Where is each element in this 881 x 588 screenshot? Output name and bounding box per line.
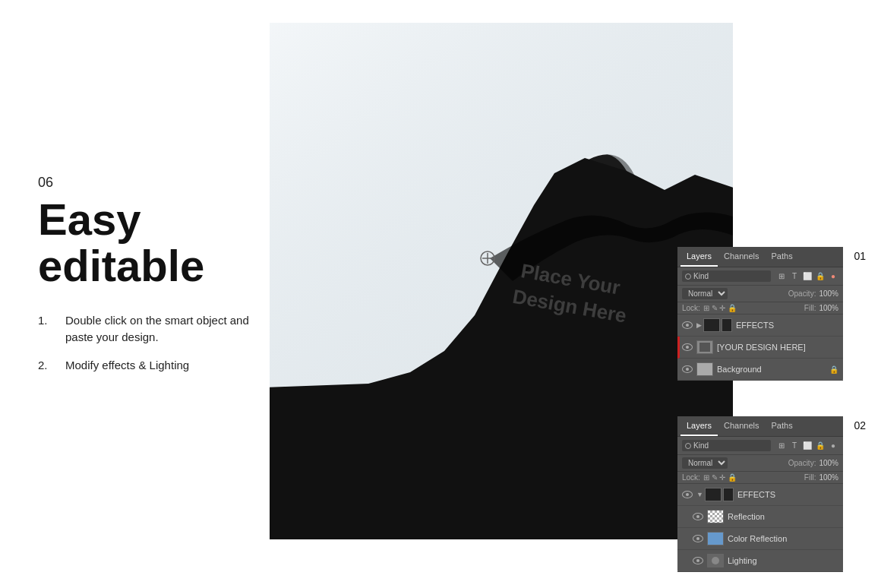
tab-layers-2[interactable]: Layers bbox=[680, 416, 718, 436]
panel-1-toolbar: Kind ⊞ T ⬜ 🔒 ● bbox=[677, 267, 843, 286]
layer-background-1[interactable]: Background 🔒 bbox=[677, 359, 843, 381]
blend-mode-2[interactable]: Normal bbox=[682, 457, 728, 469]
main-title: Easy editable bbox=[38, 197, 258, 289]
eye-icon-lighting-2[interactable] bbox=[693, 557, 703, 564]
layer-effects-2[interactable]: ▼ EFFECTS bbox=[677, 484, 843, 506]
panel-2-blend-row: Normal Opacity: 100% bbox=[677, 455, 843, 472]
icon-pin-2: ● bbox=[828, 441, 838, 451]
icon-image-2: ⊞ bbox=[776, 441, 787, 451]
layer-name-bg-1: Background bbox=[717, 365, 826, 374]
instruction-text-2: Modify effects & Lighting bbox=[65, 357, 189, 375]
panel-1-lock-row: Lock: ⊞ ✎ ✛ 🔒 Fill: 100% bbox=[677, 302, 843, 315]
layer-color-reflection-2[interactable]: Color Reflection bbox=[677, 528, 843, 550]
layer-name-effects-1: EFFECTS bbox=[736, 321, 838, 330]
expand-icon-effects-2: ▼ bbox=[696, 491, 703, 498]
tab-paths-1[interactable]: Paths bbox=[766, 247, 799, 267]
icon-image-1: ⊞ bbox=[776, 271, 787, 282]
layer-thumb-lighting-2 bbox=[707, 554, 724, 567]
icon-adjust-1: T bbox=[789, 271, 800, 282]
layer-thumb-effects-2b bbox=[723, 488, 734, 501]
layer-name-reflection-2: Reflection bbox=[728, 512, 838, 521]
instruction-number-2: 2. bbox=[38, 357, 53, 375]
tab-channels-2[interactable]: Channels bbox=[718, 416, 765, 436]
panel-2-number: 02 bbox=[854, 419, 866, 432]
layer-design-1[interactable]: [YOUR DESIGN HERE] bbox=[677, 337, 843, 359]
kind-label-2: Kind bbox=[693, 441, 709, 450]
panel-1-blend-row: Normal Opacity: 100% bbox=[677, 286, 843, 302]
left-info-panel: 06 Easy editable 1. Double click on the … bbox=[38, 175, 258, 384]
layer-thumb-design-1 bbox=[696, 340, 713, 354]
eye-icon-effects-1[interactable] bbox=[682, 321, 693, 329]
lock-label-1: Lock: bbox=[682, 304, 700, 312]
fill-value-2: 100% bbox=[819, 473, 838, 482]
toolbar-icons-2: ⊞ T ⬜ 🔒 ● bbox=[776, 441, 838, 451]
instruction-text-1: Double click on the smart object and pas… bbox=[65, 312, 258, 346]
layer-name-effects-2: EFFECTS bbox=[737, 490, 838, 499]
eye-icon-reflection-2[interactable] bbox=[693, 513, 703, 520]
eye-icon-effects-2[interactable] bbox=[682, 491, 693, 498]
layers-panel-1: 01 Layers Channels Paths Kind ⊞ T ⬜ 🔒 ● … bbox=[677, 247, 843, 381]
layer-folder-group-1: ▶ bbox=[696, 318, 732, 332]
layer-thumb-color-reflection-2 bbox=[707, 532, 724, 545]
search-icon-2 bbox=[685, 443, 691, 449]
step-number: 06 bbox=[38, 175, 258, 191]
layer-lighting-2[interactable]: Lighting bbox=[677, 550, 843, 572]
layer-thumb-inner-1 bbox=[699, 343, 710, 352]
eye-icon-design-1[interactable] bbox=[682, 343, 693, 351]
toolbar-icons-1: ⊞ T ⬜ 🔒 ● bbox=[776, 271, 838, 282]
kind-label-1: Kind bbox=[693, 272, 709, 280]
fill-label-1: Fill: bbox=[804, 304, 816, 312]
layer-folder-group-2: ▼ bbox=[696, 488, 734, 501]
icon-pin-1: ● bbox=[828, 271, 838, 282]
search-icon-1 bbox=[685, 273, 691, 280]
icon-fx-2: ⬜ bbox=[802, 441, 813, 451]
fill-value-1: 100% bbox=[819, 304, 838, 312]
search-bar-1: Kind bbox=[682, 270, 771, 282]
layer-reflection-2[interactable]: Reflection bbox=[677, 506, 843, 528]
fill-label-2: Fill: bbox=[804, 473, 816, 482]
panel-1-number: 01 bbox=[854, 250, 866, 262]
eye-icon-bg-1[interactable] bbox=[682, 365, 693, 373]
tab-layers-1[interactable]: Layers bbox=[680, 247, 718, 267]
lock-icons-1: ⊞ ✎ ✛ 🔒 bbox=[703, 304, 737, 312]
layer-thumb-reflection-2 bbox=[707, 510, 724, 523]
instruction-item-1: 1. Double click on the smart object and … bbox=[38, 312, 258, 346]
opacity-value-2: 100% bbox=[819, 459, 838, 467]
layers-panel-2: 02 Layers Channels Paths Kind ⊞ T ⬜ 🔒 ● … bbox=[677, 416, 843, 572]
instructions-list: 1. Double click on the smart object and … bbox=[38, 312, 258, 375]
lighting-thumb-inner bbox=[712, 557, 719, 564]
tab-paths-2[interactable]: Paths bbox=[766, 416, 799, 436]
expand-icon-effects-1: ▶ bbox=[696, 321, 702, 329]
panel-2-tabs: Layers Channels Paths bbox=[677, 416, 843, 437]
lock-icon-bg-1: 🔒 bbox=[829, 365, 838, 374]
icon-lock-2: 🔒 bbox=[815, 441, 826, 451]
blend-mode-1[interactable]: Normal bbox=[682, 288, 728, 299]
panel-2-lock-row: Lock: ⊞ ✎ ✛ 🔒 Fill: 100% bbox=[677, 472, 843, 484]
opacity-label-1: Opacity: bbox=[788, 289, 816, 298]
layer-thumb-effects-1b bbox=[722, 318, 732, 332]
layer-name-color-reflection-2: Color Reflection bbox=[728, 534, 838, 543]
lock-icons-2: ⊞ ✎ ✛ 🔒 bbox=[703, 473, 737, 482]
panel-2-toolbar: Kind ⊞ T ⬜ 🔒 ● bbox=[677, 437, 843, 455]
icon-adjust-2: T bbox=[789, 441, 800, 451]
layer-thumb-bg-1 bbox=[696, 362, 713, 376]
layer-effects-1[interactable]: ▶ EFFECTS bbox=[677, 315, 843, 337]
icon-fx-1: ⬜ bbox=[802, 271, 813, 282]
lock-label-2: Lock: bbox=[682, 473, 700, 482]
layer-thumb-effects-1 bbox=[703, 318, 720, 332]
tab-channels-1[interactable]: Channels bbox=[718, 247, 765, 267]
eye-icon-color-reflection-2[interactable] bbox=[693, 535, 703, 542]
instruction-number-1: 1. bbox=[38, 312, 53, 346]
panel-1-tabs: Layers Channels Paths bbox=[677, 247, 843, 267]
layer-thumb-effects-2 bbox=[705, 488, 722, 501]
instruction-item-2: 2. Modify effects & Lighting bbox=[38, 357, 258, 375]
icon-lock-1: 🔒 bbox=[815, 271, 826, 282]
search-bar-2: Kind bbox=[682, 440, 771, 451]
opacity-value-1: 100% bbox=[819, 289, 838, 298]
layer-name-design-1: [YOUR DESIGN HERE] bbox=[717, 343, 838, 352]
layer-name-lighting-2: Lighting bbox=[728, 556, 838, 565]
main-canvas: Place Your Design Here bbox=[270, 23, 733, 539]
opacity-label-2: Opacity: bbox=[788, 459, 816, 467]
